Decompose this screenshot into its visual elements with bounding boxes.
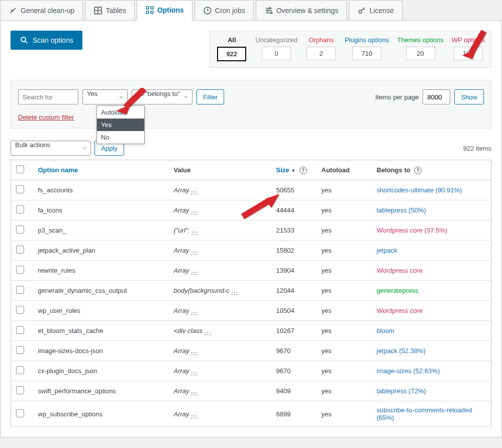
cell-option-name: wp_subscribe_options [33,401,169,427]
svg-rect-1 [146,7,149,9]
scan-options-button[interactable]: Scan options [11,31,82,50]
cell-size: 13904 [271,261,317,281]
bulk-actions-select[interactable]: Bulk actions [11,141,91,156]
cat-count: 190 [454,47,483,60]
tab-options[interactable]: Options [137,0,192,21]
belongs-link[interactable]: generatepress [377,287,419,294]
row-checkbox[interactable] [16,386,24,394]
delete-custom-filter-link[interactable]: Delete custom filter [18,114,74,121]
cat-orphans[interactable]: Orphans 2 [306,36,337,61]
cat-plugins[interactable]: Plugins options 710 [345,36,389,61]
tables-icon [93,6,103,15]
value-ellipsis[interactable]: … [191,227,198,235]
cell-belongs: image-sizes (52.63%) [372,361,491,381]
table-row: fs_accountsArray …50655yesshortcodes-ult… [11,180,491,200]
help-icon[interactable]: ? [299,167,307,174]
belongs-to-select[interactable]: All "belongs to" [132,89,192,104]
cell-autoload: yes [317,180,372,200]
row-checkbox[interactable] [16,346,24,354]
cell-size: 12044 [271,281,317,301]
belongs-link[interactable]: tablepress (72%) [377,387,426,395]
tab-label: License [369,7,393,15]
search-input[interactable] [18,89,78,104]
filter-button[interactable]: Filter [196,89,224,104]
cat-wp-options[interactable]: WP options 190 [452,36,485,61]
dropdown-item-no[interactable]: No [97,131,144,144]
tab-tables[interactable]: Tables [85,0,134,20]
value-ellipsis[interactable]: … [191,186,197,194]
cell-value: Array … [169,200,271,220]
col-size[interactable]: Size [276,166,289,174]
value-ellipsis[interactable]: … [205,327,211,335]
value-ellipsis[interactable]: … [191,410,197,418]
select-value: Yes [87,90,97,97]
belongs-link[interactable]: bloom [377,327,394,334]
value-ellipsis[interactable]: … [191,267,197,275]
belongs-link[interactable]: jetpack (52.38%) [377,347,426,355]
belongs-link[interactable]: tablepress (50%) [377,206,426,214]
cell-option-name: swift_performance_options [33,381,169,401]
cell-option-name: fs_accounts [33,180,169,200]
value-ellipsis[interactable]: … [191,367,197,375]
cell-belongs: bloom [372,321,491,341]
tab-license[interactable]: License [349,0,402,20]
row-checkbox[interactable] [16,326,24,334]
row-checkbox[interactable] [16,266,24,274]
cat-label: Uncategorized [255,36,297,44]
value-ellipsis[interactable]: … [191,247,197,255]
row-checkbox[interactable] [16,246,24,254]
row-checkbox[interactable] [16,205,24,213]
help-icon[interactable]: ? [414,167,422,174]
tab-cron-jobs[interactable]: Cron jobs [194,0,254,20]
col-value: Value [174,166,191,174]
options-icon [145,6,154,15]
belongs-link[interactable]: shortcodes-ultimate (90.91%) [377,186,462,194]
belongs-link[interactable]: jetpack [377,247,397,254]
dropdown-item-autoload[interactable]: Autoload [97,106,144,119]
tab-overview-settings[interactable]: Overview & settings [256,0,347,20]
belongs-link[interactable]: Wordpress core [377,267,423,274]
col-option-name[interactable]: Option name [38,166,78,174]
cell-option-name: fa_icons [33,200,169,220]
tab-label: Overview & settings [276,7,339,15]
belongs-link[interactable]: image-sizes (52.63%) [377,367,440,375]
autoload-select[interactable]: Yes [82,89,128,104]
cat-all[interactable]: All 922 [216,36,247,61]
cell-option-name: image-sizes-docs-json [33,341,169,361]
row-checkbox[interactable] [16,366,24,374]
cell-belongs: Wordpress core [372,261,491,281]
cat-count: 20 [406,47,435,60]
cell-size: 44444 [271,200,317,220]
show-button[interactable]: Show [454,89,484,104]
dropdown-item-yes[interactable]: Yes [97,119,144,131]
tab-general-clean-up[interactable]: General clean-up [0,0,83,20]
belongs-link[interactable]: Wordpress core (37.5%) [377,227,448,234]
chevron-down-icon [118,94,124,100]
select-value: All "belongs to" [136,90,180,97]
row-checkbox[interactable] [16,226,24,234]
table-row: et_bloom_stats_cache<div class …10267yes… [11,321,491,341]
row-checkbox[interactable] [16,306,24,314]
cell-autoload: yes [317,341,372,361]
belongs-link[interactable]: Wordpress core [377,307,423,314]
value-ellipsis[interactable]: … [231,287,238,295]
sort-desc-icon: ▼ [291,168,295,173]
cat-themes[interactable]: Themes options 20 [397,36,444,61]
cat-uncategorized[interactable]: Uncategorized 0 [255,36,297,61]
items-per-page-input[interactable] [423,89,450,104]
value-ellipsis[interactable]: … [191,347,197,355]
row-checkbox[interactable] [16,409,24,417]
cell-autoload: yes [317,281,372,301]
select-all-checkbox[interactable] [16,165,24,173]
sliders-icon [264,6,273,15]
belongs-link[interactable]: subscribe-to-comments-reloaded (65%) [377,406,472,421]
table-row: cx-plugin_docs_jsonArray …9670yesimage-s… [11,361,491,381]
value-ellipsis[interactable]: … [191,206,197,214]
row-checkbox[interactable] [16,286,24,294]
value-ellipsis[interactable]: … [191,387,197,395]
cell-option-name: generate_dynamic_css_output [33,281,169,301]
value-ellipsis[interactable]: … [191,307,197,315]
row-checkbox[interactable] [16,185,24,193]
cell-belongs: jetpack (52.38%) [372,341,491,361]
cell-belongs: Wordpress core [372,301,491,321]
